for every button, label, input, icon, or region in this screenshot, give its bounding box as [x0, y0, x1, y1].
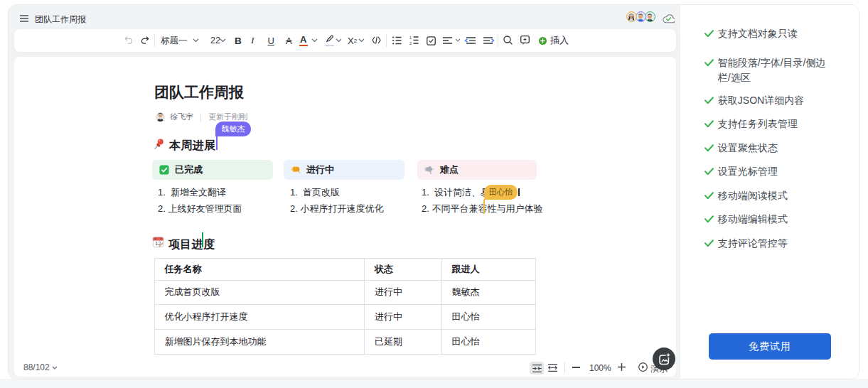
svg-text:2: 2 — [409, 41, 412, 45]
svg-text:1: 1 — [409, 36, 412, 40]
